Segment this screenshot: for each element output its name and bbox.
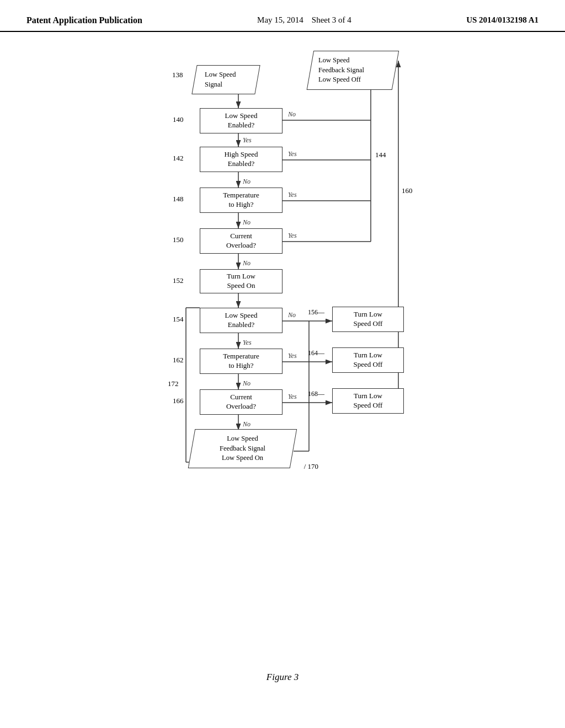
svg-text:No: No [242, 259, 250, 267]
diagram-container: No Yes Yes No Yes No Yes No No [89, 43, 476, 666]
num-154: 154 [173, 315, 184, 324]
node-162-text: Temperatureto High? [223, 352, 259, 371]
node-168: Turn LowSpeed Off 168— [332, 388, 404, 414]
svg-text:No: No [242, 379, 250, 387]
header-right: US 2014/0132198 A1 [466, 15, 539, 25]
num-148: 148 [173, 195, 184, 204]
node-166: CurrentOverload? 166 [200, 389, 282, 415]
node-156-text: Turn LowSpeed Off [354, 310, 383, 329]
svg-text:Yes: Yes [288, 232, 297, 239]
num-142: 142 [173, 154, 184, 163]
publication-title: Patent Application Publication [26, 15, 142, 25]
node-152: Turn LowSpeed On 152 [200, 269, 282, 293]
svg-text:No: No [242, 178, 250, 185]
figure-caption: Figure 3 [0, 672, 565, 683]
node-164: Turn LowSpeed Off 164— [332, 347, 404, 373]
svg-text:No: No [242, 218, 250, 226]
num-150: 150 [173, 235, 184, 245]
num-156: 156— [308, 308, 324, 317]
num-162: 162 [173, 356, 184, 365]
node-138: 138 Low SpeedSignal [194, 65, 258, 94]
node-148: Temperatureto High? 148 [200, 188, 282, 213]
num-170: / 170 [304, 462, 318, 471]
patent-number: US 2014/0132198 A1 [466, 15, 539, 24]
header-left: Patent Application Publication [26, 15, 142, 25]
flowchart-arrows: No Yes Yes No Yes No Yes No No [89, 43, 476, 666]
node-170: Low SpeedFeedback SignalLow Speed On / 1… [191, 429, 294, 468]
node-162: Temperatureto High? 162 [200, 349, 282, 374]
num-172: 172 [168, 379, 179, 388]
num-160: 160 [402, 186, 413, 195]
num-166: 166 [173, 397, 184, 406]
node-150: CurrentOverload? 150 [200, 228, 282, 254]
svg-text:Yes: Yes [288, 393, 297, 400]
num-144: 144 [375, 151, 386, 159]
node-164-text: Turn LowSpeed Off [354, 351, 383, 370]
node-166-text: CurrentOverload? [226, 393, 256, 411]
header-center: May 15, 2014 Sheet 3 of 4 [257, 15, 351, 25]
node-146-text: Low SpeedFeedback SignalLow Speed Off [318, 56, 387, 85]
page-header: Patent Application Publication May 15, 2… [0, 0, 565, 32]
node-154-text: Low SpeedEnabled? [225, 311, 258, 330]
node-156: Turn LowSpeed Off 156— [332, 307, 404, 332]
num-152: 152 [173, 276, 184, 286]
svg-text:No: No [242, 420, 250, 428]
svg-text:Yes: Yes [243, 136, 252, 144]
node-146: Low SpeedFeedback SignalLow Speed Off [310, 51, 396, 90]
node-152-text: Turn LowSpeed On [227, 272, 255, 291]
node-140: Low SpeedEnabled? 140 [200, 108, 282, 133]
node-148-text: Temperatureto High? [223, 191, 259, 210]
node-168-text: Turn LowSpeed Off [354, 392, 383, 410]
node-154: Low SpeedEnabled? 154 [200, 308, 282, 333]
num-168: 168— [308, 390, 324, 399]
num-140: 140 [173, 115, 184, 125]
header-sheet: Sheet 3 of 4 [312, 15, 351, 24]
svg-text:Yes: Yes [288, 352, 297, 360]
svg-text:No: No [287, 110, 296, 118]
node-138-text: Low SpeedSignal [205, 70, 247, 89]
node-150-text: CurrentOverload? [226, 232, 256, 250]
figure-caption-text: Figure 3 [266, 672, 299, 682]
svg-text:No: No [287, 311, 296, 319]
node-140-text: Low SpeedEnabled? [225, 111, 258, 130]
num-138: 138 [172, 71, 183, 79]
node-142-text: High SpeedEnabled? [224, 150, 258, 169]
svg-text:Yes: Yes [243, 339, 252, 346]
num-164: 164— [308, 349, 324, 358]
svg-text:Yes: Yes [288, 150, 297, 158]
svg-text:Yes: Yes [288, 191, 297, 199]
header-date: May 15, 2014 [257, 15, 303, 24]
node-142: High SpeedEnabled? 142 [200, 147, 282, 172]
node-170-text: Low SpeedFeedback SignalLow Speed On [201, 434, 284, 463]
